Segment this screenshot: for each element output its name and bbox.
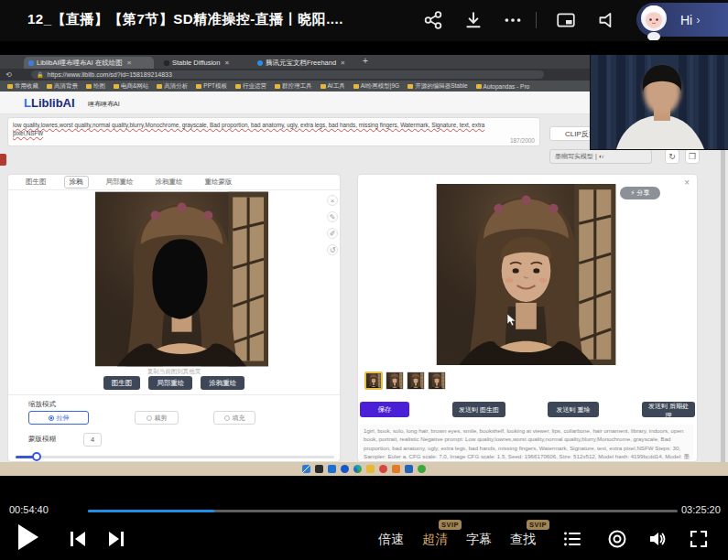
account-label: Hi: [680, 13, 692, 27]
start-icon[interactable]: [302, 465, 310, 473]
save-button[interactable]: 保存: [360, 402, 409, 417]
copy-to-img2img-button[interactable]: 图生图: [103, 376, 141, 390]
bookmark-item[interactable]: PPT模板: [196, 82, 227, 91]
slider-handle[interactable]: [32, 452, 41, 461]
copy-caption: 复制当前图到其他页: [8, 368, 340, 376]
resize-option-stretch[interactable]: 拉伸: [28, 411, 89, 425]
copy-to-inpaint-button[interactable]: 局部重绘: [148, 376, 192, 390]
taskbar-app-icon[interactable]: [418, 465, 426, 473]
copy-to-inpaint-sketch-button[interactable]: 涂鸦重绘: [201, 376, 244, 390]
refresh-model-button[interactable]: ↻: [665, 149, 679, 164]
result-thumbnail[interactable]: [364, 372, 383, 390]
total-time: 03:25:20: [681, 504, 721, 515]
new-tab-button[interactable]: +: [363, 56, 368, 66]
record-icon[interactable]: [607, 529, 627, 549]
liblib-logo[interactable]: LLiblibAI: [24, 96, 75, 110]
share-icon[interactable]: [423, 10, 443, 30]
bookmark-item[interactable]: AI绘画模型|9G: [353, 82, 400, 91]
negative-prompt-box[interactable]: low quality,lowres,worst quality,normal …: [7, 117, 540, 146]
folder-icon: [114, 84, 119, 89]
previous-button[interactable]: [68, 529, 88, 549]
mask-blur-value[interactable]: 4: [83, 433, 102, 447]
subtitle-button[interactable]: 字幕: [466, 532, 492, 548]
play-button[interactable]: [18, 524, 38, 550]
share-button[interactable]: ⚡ 分享: [620, 187, 660, 199]
account-button[interactable]: Hi ›: [636, 3, 728, 37]
user-avatar: [638, 4, 670, 40]
find-button[interactable]: 查找: [510, 532, 536, 548]
address-bar[interactable]: 🔒 https://www.liblib.com/sd?id=158189214…: [31, 70, 544, 79]
picture-in-picture-icon[interactable]: [556, 10, 576, 30]
browser-tab-doc[interactable]: 腾讯元宝文档Freehand ×: [253, 57, 355, 69]
more-icon[interactable]: [503, 10, 523, 30]
source-image-masked-face[interactable]: [95, 191, 268, 367]
tab-close-icon[interactable]: ×: [224, 59, 229, 67]
clear-image-icon[interactable]: ×: [327, 195, 338, 206]
page-scrollbar[interactable]: [721, 92, 725, 476]
bookmark-item[interactable]: 绘图: [86, 82, 105, 91]
browser-nav-icons[interactable]: ⟲: [5, 70, 15, 79]
bookmark-item[interactable]: 开源的编辑器Stable: [407, 82, 467, 91]
radio-icon: [147, 415, 152, 421]
send-to-extras-button[interactable]: 发送到 后期处理: [642, 402, 695, 417]
player-controls: 00:54:40 03:25:20 倍速 超清 SVIP 字幕 查找 SVIP: [0, 499, 728, 560]
bookmark-item[interactable]: 高清分析: [157, 82, 188, 91]
bookmark-item[interactable]: 群控理工具: [275, 82, 312, 91]
radio-icon: [49, 415, 54, 421]
result-thumbnail[interactable]: [428, 372, 446, 390]
bookmark-item[interactable]: Autopandas - Pro: [476, 83, 530, 90]
tab-close-icon[interactable]: ×: [341, 59, 345, 67]
taskbar-app-icon[interactable]: [328, 465, 336, 473]
download-icon[interactable]: [463, 10, 484, 30]
tab-favicon: [28, 60, 34, 66]
bookmark-item[interactable]: 常用收藏: [7, 82, 38, 91]
playlist-icon[interactable]: [563, 530, 581, 548]
quality-button[interactable]: 超清: [422, 532, 448, 548]
browser-tab-liblib[interactable]: LiblibAI哩布哩布AI 在线绘图 ×: [24, 57, 154, 69]
undo-icon[interactable]: ↺: [327, 244, 338, 255]
taskbar-app-icon[interactable]: [315, 465, 323, 473]
tab-inpaint-sketch[interactable]: 涂鸦重绘: [151, 177, 188, 188]
resize-option-crop[interactable]: 裁剪: [135, 411, 179, 425]
canvas-tools: × ✎ ✐ ↺: [327, 195, 338, 255]
next-button[interactable]: [106, 529, 126, 549]
browser-tab-sd[interactable]: Stable Diffusion ×: [159, 57, 247, 69]
result-thumbnail[interactable]: [386, 372, 404, 390]
progress-bar[interactable]: [88, 510, 678, 512]
svip-badge-quality: SVIP: [439, 520, 462, 530]
model-select[interactable]: 墨幽写实模型 | ● ˅: [549, 149, 652, 164]
bookmark-item[interactable]: AI工具: [321, 82, 345, 91]
taskbar-browser-icon[interactable]: [379, 465, 387, 473]
taskbar-app-icon[interactable]: [405, 465, 413, 473]
tab-img2img[interactable]: 图生图: [21, 177, 51, 188]
generated-image[interactable]: [436, 184, 616, 365]
result-thumbnail[interactable]: [407, 372, 425, 390]
side-red-tab[interactable]: [0, 154, 6, 166]
taskbar-app-icon[interactable]: [392, 465, 400, 473]
tab-sketch[interactable]: 涂鸦: [64, 176, 89, 188]
window-titlebar: 12_【直播】【第7节】SD精准操控-直播丨晓阳....: [0, 0, 728, 41]
tab-inpaint-upload[interactable]: 重绘蒙版: [201, 177, 237, 188]
volume-icon[interactable]: [647, 529, 668, 549]
send-to-img2img-button[interactable]: 发送到 图生图: [452, 402, 505, 417]
taskbar-folder-icon[interactable]: [366, 465, 375, 473]
tab-close-icon[interactable]: ×: [127, 59, 132, 67]
cast-icon[interactable]: [596, 10, 616, 30]
send-to-inpaint-button[interactable]: 发送到 重绘: [548, 402, 599, 417]
playback-speed-button[interactable]: 倍速: [378, 532, 404, 548]
tab-inpaint[interactable]: 局部重绘: [102, 177, 138, 188]
taskbar-edge-icon[interactable]: [353, 465, 362, 473]
fullscreen-icon[interactable]: [689, 529, 709, 549]
bookmark-item[interactable]: 电商&网站: [114, 82, 148, 91]
folder-icon: [321, 84, 326, 89]
pencil-icon[interactable]: ✎: [327, 211, 338, 222]
mask-blur-slider[interactable]: [16, 456, 334, 458]
bookmark-item[interactable]: 行业运营: [235, 82, 266, 91]
chevron-down-icon: ˅: [601, 154, 647, 160]
brush-icon[interactable]: ✐: [327, 228, 338, 239]
taskbar-shield-icon[interactable]: [341, 465, 349, 473]
bookmark-item[interactable]: 高清背景: [47, 82, 78, 91]
copy-model-button[interactable]: ❐: [685, 149, 700, 164]
close-icon[interactable]: ×: [684, 178, 690, 188]
resize-option-fill[interactable]: 填充: [213, 411, 255, 425]
